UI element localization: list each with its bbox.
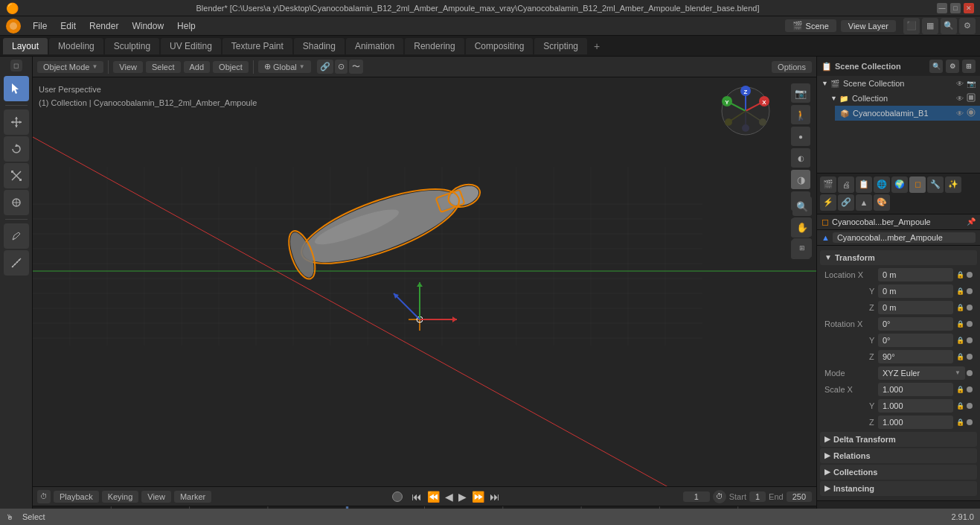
menu-render[interactable]: Render [83, 19, 124, 33]
outliner-options-icon[interactable]: ⚙ [946, 60, 959, 73]
tab-compositing[interactable]: Compositing [466, 38, 534, 54]
jump-to-start-button[interactable]: ⏮ [410, 491, 423, 503]
outliner-item-collection[interactable]: ▼ 📁 Collection 👁 [826, 91, 980, 106]
location-x-dot[interactable] [967, 272, 973, 278]
tab-shading[interactable]: Shading [294, 38, 345, 54]
end-frame-field[interactable]: 250 [787, 491, 812, 502]
location-x-field[interactable]: 0 m [878, 268, 953, 281]
scale-z-lock-icon[interactable]: 🔒 [955, 417, 965, 427]
mode-dot[interactable] [967, 370, 973, 376]
view-layer-props-icon[interactable]: 📋 [856, 176, 872, 193]
tool-annotate[interactable] [4, 223, 29, 249]
scale-y-lock-icon[interactable]: 🔒 [955, 401, 965, 411]
viewport-shading-solid[interactable]: ◑ [791, 170, 810, 189]
render-props-icon[interactable]: 🎬 [820, 176, 836, 193]
pin-icon[interactable]: 📌 [967, 217, 976, 226]
delta-transform-section[interactable]: ▶ Delta Transform [820, 432, 977, 447]
menu-file[interactable]: File [27, 19, 53, 33]
keyframe-dot[interactable] [392, 491, 403, 502]
scale-z-dot[interactable] [967, 419, 973, 425]
object-render-icon[interactable] [967, 108, 976, 118]
select-menu[interactable]: Select [146, 61, 181, 73]
visibility-icon[interactable]: 👁 [956, 80, 964, 88]
location-x-lock-icon[interactable]: 🔒 [955, 270, 965, 280]
location-z-dot[interactable] [967, 305, 973, 311]
keying-menu[interactable]: Keying [102, 491, 139, 503]
scale-x-dot[interactable] [967, 386, 973, 392]
scale-x-lock-icon[interactable]: 🔒 [955, 384, 965, 395]
viewport-3d[interactable]: User Perspective (1) Collection | Cyanoc… [33, 77, 816, 486]
outliner-item-cyanocobalamin[interactable]: 📦 Cyanocobalamin_B1 👁 [835, 106, 980, 121]
modifier-props-icon[interactable]: 🔧 [927, 176, 944, 193]
physics-props-icon[interactable]: ⚡ [820, 194, 836, 211]
transform-section-header[interactable]: ▼ Transform [820, 250, 977, 265]
instancing-section[interactable]: ▶ Instancing [820, 481, 977, 496]
tool-measure[interactable] [4, 250, 29, 276]
tab-uv-editing[interactable]: UV Editing [161, 38, 221, 54]
zoom-in-icon[interactable]: 🔍 [792, 197, 812, 216]
render-engine-icon[interactable]: ⬛ [903, 18, 920, 34]
playback-menu[interactable]: Playback [54, 491, 99, 503]
rotation-y-lock-icon[interactable]: 🔒 [955, 335, 965, 346]
tab-sculpting[interactable]: Sculpting [105, 38, 159, 54]
render-visibility-icon[interactable]: 📷 [967, 80, 976, 88]
rotation-mode-dropdown[interactable]: XYZ Euler ▼ [878, 366, 965, 380]
view-layer-selector[interactable]: View Layer [841, 20, 896, 32]
look-through-camera-icon[interactable]: 📷 [791, 83, 810, 103]
rotation-z-field[interactable]: 90° [878, 350, 953, 363]
tool-scale[interactable] [4, 163, 29, 188]
menu-edit[interactable]: Edit [54, 19, 82, 33]
object-mode-dropdown[interactable]: Object Mode ▼ [37, 61, 103, 73]
rotation-x-field[interactable]: 0° [878, 317, 953, 331]
tab-rendering[interactable]: Rendering [405, 38, 464, 54]
outliner-item-scene-collection[interactable]: ▼ 🎬 Scene Collection 👁 📷 [817, 76, 980, 91]
material-props-icon[interactable]: 🎨 [874, 194, 890, 211]
menu-help[interactable]: Help [171, 19, 202, 33]
step-back-button[interactable]: ⏪ [426, 491, 441, 503]
tab-animation[interactable]: Animation [346, 38, 403, 54]
tool-move[interactable] [4, 109, 29, 135]
collection-render-icon[interactable] [967, 93, 976, 104]
proportional-mode-icon[interactable]: 〜 [349, 60, 363, 74]
rotation-y-field[interactable]: 0° [878, 334, 953, 347]
toolbar-mode-icon[interactable]: ◻ [10, 60, 22, 71]
location-y-field[interactable]: 0 m [878, 284, 953, 298]
add-workspace-button[interactable]: + [589, 38, 605, 54]
rotation-x-lock-icon[interactable]: 🔒 [955, 319, 965, 329]
pan-icon[interactable]: ✋ [792, 217, 812, 237]
current-frame-field[interactable]: 1 [683, 491, 710, 502]
location-z-field[interactable]: 0 m [878, 301, 953, 314]
timeline-mode-icon[interactable]: ⏱ [37, 490, 51, 503]
location-z-lock-icon[interactable]: 🔒 [955, 302, 965, 313]
add-menu[interactable]: Add [184, 61, 211, 73]
constraints-props-icon[interactable]: 🔗 [838, 194, 854, 211]
viewport-shading-material[interactable]: ◐ [791, 148, 810, 168]
scale-z-field[interactable]: 1.000 [878, 416, 953, 429]
collection-visibility-icon[interactable]: 👁 [956, 95, 964, 103]
output-props-icon[interactable]: 🖨 [838, 176, 854, 193]
outliner-restrict-cols-icon[interactable]: ⊞ [962, 60, 976, 73]
rotation-y-dot[interactable] [967, 337, 973, 343]
scene-props-icon[interactable]: 🌐 [874, 176, 890, 193]
search-icon[interactable]: 🔍 [941, 18, 957, 34]
start-frame-field[interactable]: 1 [749, 491, 766, 502]
snap-icon[interactable]: 🔗 [317, 60, 333, 74]
particles-props-icon[interactable]: ✨ [945, 176, 961, 193]
navigation-gizmo[interactable]: Z X Y [720, 85, 772, 137]
close-button[interactable]: ✕ [964, 3, 974, 13]
maximize-button[interactable]: □ [950, 3, 961, 13]
tool-rotate[interactable] [4, 136, 29, 162]
tab-texture-paint[interactable]: Texture Paint [222, 38, 292, 54]
proportional-edit-icon[interactable]: ⊙ [335, 60, 348, 74]
play-button[interactable]: ▶ [457, 491, 468, 503]
view-menu[interactable]: View [113, 61, 143, 73]
step-forward-button[interactable]: ⏩ [470, 491, 486, 503]
filter-icon[interactable]: ⚙ [959, 18, 976, 34]
transform-dropdown[interactable]: ⊕ Global ▼ [258, 60, 311, 73]
tab-scripting[interactable]: Scripting [534, 38, 587, 54]
object-visibility-icon[interactable]: 👁 [956, 109, 964, 118]
object-menu[interactable]: Object [213, 61, 249, 73]
marker-menu[interactable]: Marker [174, 491, 211, 503]
play-reverse-button[interactable]: ◀ [443, 491, 455, 503]
object-props-icon[interactable]: ◻ [909, 176, 926, 193]
